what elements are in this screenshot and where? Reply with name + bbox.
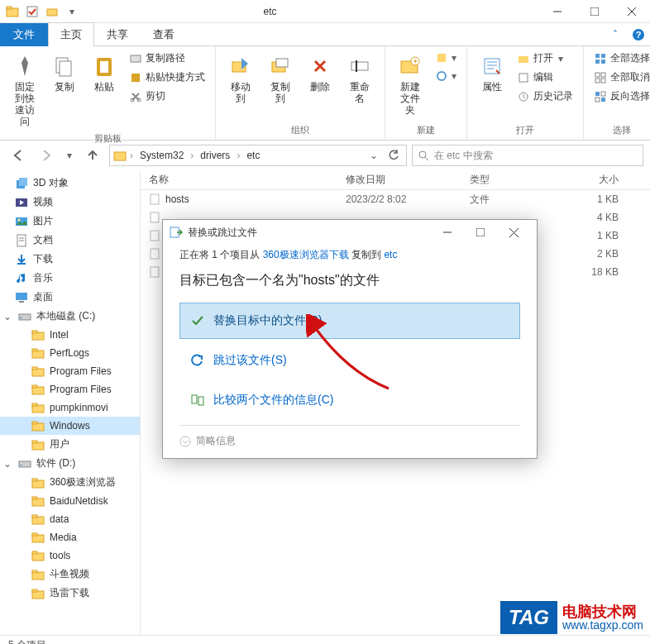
- tree-item[interactable]: Media: [0, 528, 140, 546]
- tree-item[interactable]: 视频: [0, 193, 140, 212]
- close-button[interactable]: [613, 0, 650, 23]
- forward-button[interactable]: [35, 144, 58, 167]
- tab-home[interactable]: 主页: [48, 22, 94, 47]
- svg-rect-3: [47, 9, 57, 16]
- back-button[interactable]: [7, 144, 30, 167]
- file-row[interactable]: hosts2023/2/2 8:02文件1 KB: [141, 190, 650, 208]
- tab-share[interactable]: 共享: [94, 22, 141, 47]
- tree-item[interactable]: PerfLogs: [0, 344, 140, 362]
- up-button[interactable]: [81, 144, 104, 167]
- history-button[interactable]: 历史记录: [514, 88, 576, 105]
- collapse-ribbon-icon[interactable]: ˄: [604, 23, 627, 46]
- tab-file[interactable]: 文件: [0, 23, 48, 46]
- tree-item[interactable]: 音乐: [0, 269, 140, 288]
- move-to-button[interactable]: 移动到: [222, 50, 259, 107]
- new-item-button[interactable]: ▾: [432, 50, 460, 66]
- svg-rect-57: [16, 293, 27, 300]
- copy-to-button[interactable]: 复制到: [262, 50, 299, 107]
- skip-option[interactable]: 跳过该文件(S): [179, 342, 520, 379]
- new-folder-button[interactable]: ✦ 新建 文件夹: [392, 50, 428, 119]
- refresh-icon[interactable]: [385, 150, 403, 161]
- select-all-button[interactable]: 全部选择: [590, 50, 650, 67]
- breadcrumb-item[interactable]: drivers: [197, 148, 233, 163]
- svg-rect-29: [519, 56, 528, 63]
- invert-selection-button[interactable]: 反向选择: [590, 88, 650, 105]
- minimize-button[interactable]: [538, 0, 576, 23]
- tree-item[interactable]: Windows: [0, 417, 140, 435]
- rename-button[interactable]: 重命名: [342, 50, 378, 107]
- tab-view[interactable]: 查看: [141, 22, 187, 47]
- tree-item[interactable]: ⌄软件 (D:): [0, 454, 140, 473]
- chevron-right-icon[interactable]: ›: [235, 150, 241, 161]
- maximize-button[interactable]: [576, 0, 613, 23]
- expand-icon[interactable]: ⌄: [3, 458, 13, 470]
- column-name[interactable]: 名称: [141, 173, 346, 187]
- tree-item[interactable]: 用户: [0, 435, 140, 454]
- properties-button[interactable]: 属性: [474, 50, 510, 96]
- tree-item-label: PerfLogs: [50, 347, 89, 359]
- paste-button[interactable]: 粘贴: [86, 50, 122, 96]
- search-input[interactable]: 在 etc 中搜索: [412, 145, 643, 166]
- address-dropdown-icon[interactable]: ⌄: [365, 150, 383, 161]
- tree-item[interactable]: tools: [0, 546, 140, 565]
- file-icon: [149, 248, 160, 260]
- tree-item[interactable]: Program Files: [0, 362, 140, 380]
- delete-button[interactable]: 删除: [302, 50, 338, 96]
- dialog-close-button[interactable]: [497, 221, 530, 244]
- folder-icon: [3, 2, 22, 21]
- replace-option[interactable]: 替换目标中的文件(R): [179, 303, 520, 339]
- breadcrumb-item[interactable]: System32: [136, 148, 187, 163]
- copy-path-button[interactable]: 复制路径: [126, 50, 208, 67]
- tree-item[interactable]: ⌄本地磁盘 (C:): [0, 307, 140, 326]
- tree-item[interactable]: 3D 对象: [0, 174, 140, 193]
- copy-button[interactable]: 复制: [46, 50, 83, 96]
- tree-item[interactable]: data: [0, 510, 140, 528]
- chevron-right-icon[interactable]: ›: [128, 150, 135, 161]
- compare-option[interactable]: 比较两个文件的信息(C): [179, 382, 520, 418]
- address-bar[interactable]: › System32 › drivers › etc ⌄: [109, 145, 407, 166]
- tree-item[interactable]: 下载: [0, 250, 140, 269]
- tree-item[interactable]: BaiduNetdisk: [0, 492, 140, 510]
- dialog-maximize-button[interactable]: [464, 221, 497, 244]
- paste-shortcut-button[interactable]: 粘贴快捷方式: [126, 69, 208, 86]
- breadcrumb-item[interactable]: etc: [243, 148, 263, 163]
- tree-item[interactable]: 文档: [0, 231, 140, 250]
- ribbon-group-clipboard: 固定到快 速访问 复制 粘贴 复制路径 粘贴快捷方式 剪切 剪贴板: [0, 46, 216, 140]
- dest-link[interactable]: etc: [384, 249, 397, 260]
- cut-button[interactable]: 剪切: [126, 88, 208, 105]
- svg-rect-62: [32, 331, 37, 333]
- qat-dropdown-icon[interactable]: ▾: [63, 2, 81, 21]
- tree-item[interactable]: Intel: [0, 326, 140, 344]
- column-size[interactable]: 大小: [569, 173, 635, 187]
- edit-button[interactable]: 编辑: [514, 69, 576, 86]
- svg-rect-76: [20, 465, 22, 465]
- dialog-title-bar[interactable]: 替换或跳过文件: [163, 220, 537, 245]
- tree-item[interactable]: 360极速浏览器: [0, 473, 140, 492]
- pin-quick-access-button[interactable]: 固定到快 速访问: [7, 50, 43, 131]
- expand-icon[interactable]: ⌄: [3, 311, 13, 322]
- tree-item[interactable]: 图片: [0, 212, 140, 231]
- svg-rect-75: [19, 461, 31, 467]
- help-icon[interactable]: ?: [627, 23, 650, 46]
- tree-item[interactable]: 斗鱼视频: [0, 565, 140, 584]
- column-date[interactable]: 修改日期: [346, 173, 470, 187]
- source-link[interactable]: 360极速浏览器下载: [263, 249, 349, 260]
- svg-rect-58: [19, 301, 24, 303]
- tree-item[interactable]: 桌面: [0, 288, 140, 307]
- column-type[interactable]: 类型: [470, 173, 569, 187]
- file-list-header[interactable]: 名称 修改日期 类型 大小: [141, 170, 650, 190]
- tree-item[interactable]: pumpkinmovi: [0, 398, 140, 417]
- navigation-tree[interactable]: 3D 对象视频图片文档下载音乐桌面⌄本地磁盘 (C:)IntelPerfLogs…: [0, 170, 141, 635]
- tree-item[interactable]: Program Files: [0, 380, 140, 398]
- svg-rect-37: [601, 73, 605, 77]
- dialog-footer[interactable]: 简略信息: [179, 425, 520, 448]
- easy-access-button[interactable]: ▾: [432, 68, 460, 84]
- recent-dropdown[interactable]: ▾: [63, 144, 76, 167]
- dialog-minimize-button[interactable]: [431, 221, 464, 244]
- tree-item[interactable]: 迅雷下载: [0, 584, 140, 603]
- open-button[interactable]: 打开▾: [514, 50, 576, 67]
- select-none-button[interactable]: 全部取消: [590, 69, 650, 86]
- chevron-right-icon[interactable]: ›: [189, 150, 195, 161]
- folder-small-icon[interactable]: [43, 2, 61, 21]
- checkbox-icon[interactable]: [23, 2, 41, 21]
